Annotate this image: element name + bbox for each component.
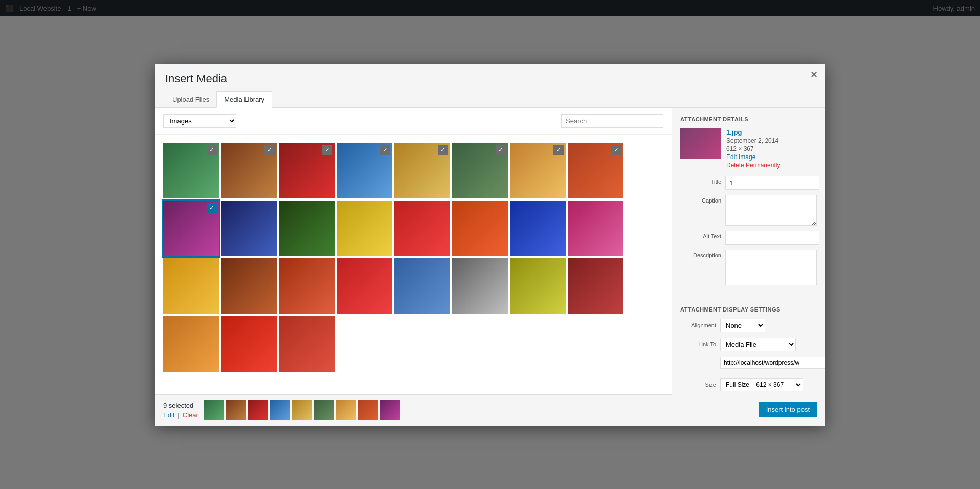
modal-overlay: Insert Media Upload Files Media Library … — [0, 0, 980, 16]
